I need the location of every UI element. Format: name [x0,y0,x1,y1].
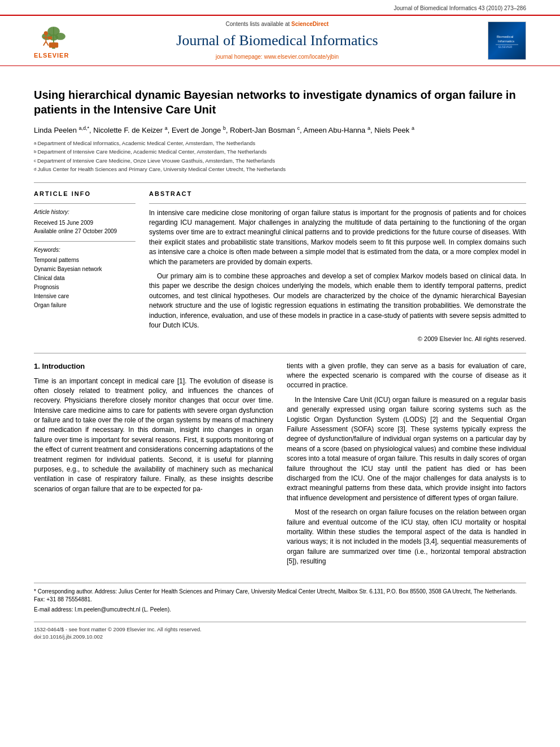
intro-para-1: Time is an important concept in medical … [34,377,273,495]
sciencedirect-link-text[interactable]: ScienceDirect [291,21,329,27]
article-abstract-section: ARTICLE INFO Article history: Received 1… [34,190,526,343]
available-date: Available online 27 October 2009 [34,227,135,235]
elsevier-label: ELSEVIER [34,51,69,60]
affil-d: d Julius Center for Health Sciences and … [34,165,526,173]
bottom-bar: 1532-0464/$ - see front matter © 2009 El… [34,622,526,641]
body-section: 1. Introduction Time is an important con… [34,361,526,571]
received-date: Received 15 June 2009 [34,219,135,227]
homepage-url[interactable]: www.elsevier.com/locate/yjbin [264,54,339,60]
journal-title: Journal of Biomedical Informatics [73,30,481,51]
affil-b: b Department of Intensive Care Medicine,… [34,148,526,156]
abstract-para-1: In intensive care medicine close monitor… [149,208,526,267]
journal-header: ELSEVIER Contents lists available at Sci… [0,15,560,66]
journal-logo-box: Biomedical Informatics ELSEVIER [488,21,526,60]
svg-text:ELSEVIER: ELSEVIER [498,45,513,49]
issn-line: 1532-0464/$ - see front matter © 2009 El… [34,626,202,632]
footnote-2: E-mail address: l.m.peelen@umcutrecht.nl… [34,606,526,614]
keyword-1: Temporal patterns [34,256,135,265]
journal-center: Contents lists available at ScienceDirec… [73,20,481,61]
intro-para-3: In the Intensive Care Unit (ICU) organ f… [287,395,526,503]
divider-2 [34,353,526,353]
intro-para-4: Most of the research on organ failure fo… [287,508,526,566]
article-history: Article history: Received 15 June 2009 A… [34,208,135,235]
elsevier-logo: ELSEVIER [34,22,73,60]
article-info-label: ARTICLE INFO [34,190,135,198]
svg-text:Biomedical: Biomedical [497,35,513,38]
copyright: © 2009 Elsevier Inc. All rights reserved… [149,335,526,343]
keywords-label: Keywords: [34,246,135,254]
svg-line-10 [43,41,46,45]
svg-line-11 [46,41,49,45]
history-label: Article history: [34,208,135,216]
authors: Linda Peelen a,d,*, Nicolette F. de Keiz… [34,125,526,136]
journal-homepage: journal homepage: www.elsevier.com/locat… [73,53,481,61]
intro-para-2: tients with a given profile, they can se… [287,361,526,391]
affil-a: a Department of Medical Informatics, Aca… [34,139,526,147]
paper-title: Using hierarchical dynamic Bayesian netw… [34,88,526,117]
footnotes: * Corresponding author. Address: Julius … [34,583,526,614]
svg-rect-12 [48,36,52,39]
body-col-1: 1. Introduction Time is an important con… [34,361,273,571]
footnote-1: * Corresponding author. Address: Julius … [34,588,526,604]
keyword-5: Intensive care [34,292,135,301]
svg-point-7 [44,31,48,35]
article-info-col: ARTICLE INFO Article history: Received 1… [34,190,135,343]
journal-logo-right: Biomedical Informatics ELSEVIER [481,21,526,60]
abstract-text: In intensive care medicine close monitor… [149,208,526,331]
main-content: Using hierarchical dynamic Bayesian netw… [0,66,560,652]
abstract-label: ABSTRACT [149,190,526,198]
divider-1 [34,182,526,183]
journal-reference: Journal of Biomedical Informatics 43 (20… [0,0,560,15]
keyword-3: Clinical data [34,274,135,283]
keyword-4: Prognosis [34,283,135,292]
affiliations: a Department of Medical Informatics, Aca… [34,139,526,173]
keywords-section: Keywords: Temporal patterns Dynamic Baye… [34,246,135,310]
affil-c: c Department of Intensive Care Medicine,… [34,157,526,165]
keyword-2: Dynamic Bayesian network [34,265,135,274]
svg-text:Informatics: Informatics [498,40,514,43]
abstract-para-2: Our primary aim is to combine these appr… [149,272,526,330]
svg-rect-6 [49,42,58,47]
sciencedirect-line: Contents lists available at ScienceDirec… [73,20,481,28]
page: Journal of Biomedical Informatics 43 (20… [0,0,560,652]
intro-heading: 1. Introduction [34,361,273,372]
body-col-2: tients with a given profile, they can se… [287,361,526,571]
doi-line: doi:10.1016/j.jbi.2009.10.002 [34,634,103,640]
abstract-col: ABSTRACT In intensive care medicine clos… [149,190,526,343]
keyword-6: Organ failure [34,301,135,310]
